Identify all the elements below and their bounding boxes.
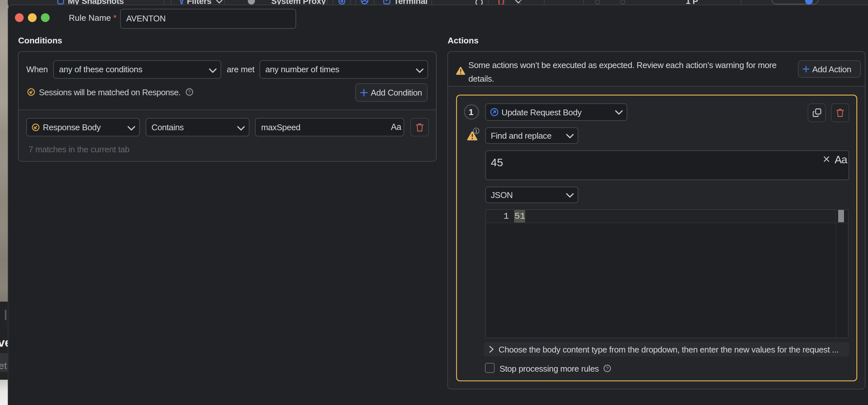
svg-text:?: ? [606, 366, 609, 371]
svg-text:?: ? [188, 89, 191, 95]
